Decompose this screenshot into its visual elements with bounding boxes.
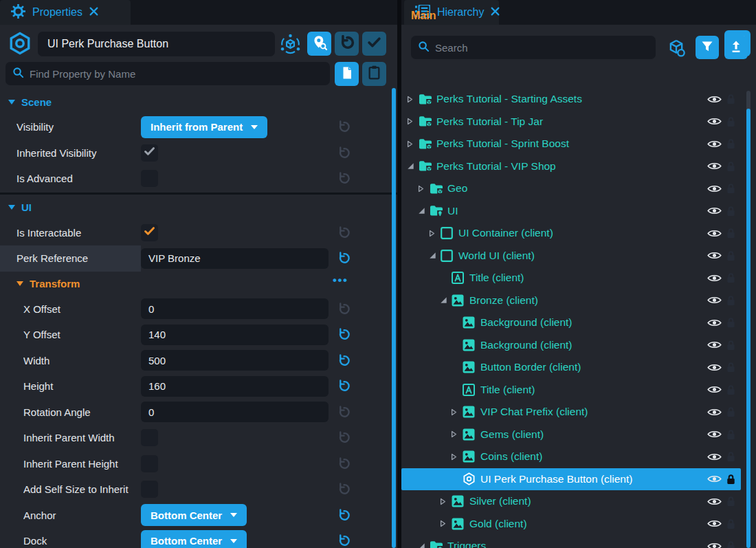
- lock-icon[interactable]: [726, 451, 737, 462]
- tree-item-background-client[interactable]: Background (client): [401, 311, 741, 334]
- collapsed-expander-icon[interactable]: [407, 140, 419, 148]
- visibility-dropdown[interactable]: Inherit from Parent: [141, 116, 267, 138]
- more-options-icon[interactable]: •••: [333, 274, 348, 287]
- eye-visibility-icon[interactable]: [707, 340, 722, 349]
- lock-icon[interactable]: [726, 295, 737, 306]
- lock-icon[interactable]: [726, 429, 737, 440]
- tree-item-ui[interactable]: UI: [401, 200, 741, 223]
- tree-item-gems-client[interactable]: Gems (client): [401, 424, 741, 446]
- close-icon[interactable]: [89, 6, 98, 19]
- tree-item-background-client[interactable]: Background (client): [401, 334, 741, 357]
- tree-item-perks-tutorial-tip-jar[interactable]: Perks Tutorial - Tip Jar: [401, 111, 741, 133]
- lock-icon[interactable]: [726, 138, 737, 149]
- lock-icon[interactable]: [726, 474, 737, 485]
- eye-visibility-icon[interactable]: [707, 117, 722, 126]
- eye-visibility-icon[interactable]: [707, 162, 722, 171]
- tree-item-gold-client[interactable]: Gold (client): [401, 513, 741, 536]
- filter-button[interactable]: [696, 36, 719, 59]
- section-header-ui[interactable]: UI: [0, 195, 397, 220]
- lock-icon[interactable]: [726, 362, 737, 373]
- collapsed-expander-icon[interactable]: [407, 118, 419, 125]
- tree-item-title-client[interactable]: Title (client): [401, 379, 741, 402]
- expanded-expander-icon[interactable]: [440, 296, 452, 304]
- tree-item-ui-perk-purchase-button-client[interactable]: UI Perk Purchase Button (client): [401, 468, 741, 491]
- add-self-size-to-inherit-checkbox[interactable]: [141, 481, 158, 498]
- property-search-input[interactable]: [30, 68, 323, 80]
- eye-visibility-icon[interactable]: [707, 430, 722, 439]
- collapsed-expander-icon[interactable]: [451, 430, 463, 438]
- eye-visibility-icon[interactable]: [707, 474, 722, 483]
- locate-entity-button[interactable]: [307, 32, 331, 56]
- eye-visibility-icon[interactable]: [707, 363, 722, 372]
- properties-scrollbar[interactable]: [392, 88, 396, 548]
- reset-icon[interactable]: [335, 354, 352, 367]
- lock-icon[interactable]: [726, 161, 737, 172]
- collapsed-expander-icon[interactable]: [418, 185, 430, 193]
- collapsed-expander-icon[interactable]: [429, 230, 441, 237]
- eye-visibility-icon[interactable]: [707, 497, 722, 506]
- hierarchy-scrollbar[interactable]: [746, 109, 751, 548]
- expanded-expander-icon[interactable]: [429, 252, 441, 259]
- lock-icon[interactable]: [726, 384, 737, 395]
- lock-icon[interactable]: [726, 228, 737, 239]
- lock-icon[interactable]: [726, 94, 737, 105]
- lock-icon[interactable]: [726, 406, 737, 417]
- expanded-expander-icon[interactable]: [418, 542, 430, 548]
- copy-properties-button[interactable]: [335, 62, 359, 86]
- collapsed-expander-icon[interactable]: [440, 498, 452, 505]
- tree-item-triggers[interactable]: Triggers: [401, 535, 741, 548]
- lock-icon[interactable]: [726, 496, 737, 507]
- reset-icon[interactable]: [335, 328, 352, 341]
- inherited-visibility-checkbox[interactable]: [141, 144, 158, 162]
- reset-icon[interactable]: [335, 534, 352, 547]
- eye-visibility-icon[interactable]: [707, 140, 722, 149]
- expanded-expander-icon[interactable]: [407, 162, 419, 170]
- confirm-button[interactable]: [362, 32, 386, 56]
- cube-network-icon[interactable]: [279, 33, 301, 55]
- tree-item-perks-tutorial-sprint-boost[interactable]: Perks Tutorial - Sprint Boost: [401, 133, 741, 155]
- perk-reference-field[interactable]: VIP Bronze: [141, 248, 329, 269]
- width-field[interactable]: 500: [141, 350, 329, 371]
- lock-icon[interactable]: [726, 317, 737, 328]
- rotation-angle-field[interactable]: 0: [141, 402, 329, 422]
- reset-icon[interactable]: [335, 380, 352, 393]
- lock-icon[interactable]: [726, 272, 737, 283]
- dock-dropdown[interactable]: Bottom Center: [141, 530, 247, 548]
- collapsed-expander-icon[interactable]: [440, 520, 452, 527]
- y-offset-field[interactable]: 140: [141, 325, 329, 345]
- inherit-parent-height-checkbox[interactable]: [141, 455, 158, 472]
- eye-visibility-icon[interactable]: [707, 408, 722, 417]
- eye-visibility-icon[interactable]: [707, 274, 722, 283]
- x-offset-field[interactable]: 0: [141, 298, 329, 319]
- inherit-parent-width-checkbox[interactable]: [141, 429, 158, 446]
- tree-item-perks-tutorial-vip-shop[interactable]: Perks Tutorial - VIP Shop: [401, 155, 741, 178]
- entity-name-input[interactable]: [38, 32, 275, 56]
- lock-icon[interactable]: [726, 116, 737, 127]
- expanded-expander-icon[interactable]: [418, 207, 430, 215]
- lock-icon[interactable]: [726, 206, 737, 217]
- is-interactable-checkbox[interactable]: [141, 224, 158, 241]
- eye-visibility-icon[interactable]: [707, 95, 722, 104]
- lock-icon[interactable]: [726, 518, 737, 529]
- upload-button[interactable]: [724, 36, 748, 59]
- subsection-transform[interactable]: Transform •••: [0, 272, 397, 296]
- hierarchy-search-input[interactable]: [435, 42, 649, 54]
- undo-button[interactable]: [335, 32, 359, 56]
- collapsed-expander-icon[interactable]: [451, 408, 463, 416]
- eye-visibility-icon[interactable]: [707, 519, 722, 528]
- anchor-dropdown[interactable]: Bottom Center: [141, 504, 247, 526]
- eye-visibility-icon[interactable]: [707, 296, 722, 305]
- collapsed-expander-icon[interactable]: [407, 96, 419, 103]
- tree-item-silver-client[interactable]: Silver (client): [401, 490, 741, 513]
- tree-item-vip-chat-prefix-client[interactable]: VIP Chat Prefix (client): [401, 401, 741, 424]
- tree-item-bronze-client[interactable]: Bronze (client): [401, 289, 741, 312]
- eye-visibility-icon[interactable]: [707, 251, 722, 260]
- tree-item-title-client[interactable]: Title (client): [401, 267, 741, 289]
- lock-icon[interactable]: [726, 250, 737, 261]
- height-field[interactable]: 160: [141, 376, 329, 397]
- lock-icon[interactable]: [726, 540, 737, 548]
- eye-visibility-icon[interactable]: [707, 385, 722, 394]
- eye-visibility-icon[interactable]: [707, 542, 722, 548]
- close-icon[interactable]: [491, 6, 500, 19]
- lock-icon[interactable]: [726, 340, 737, 351]
